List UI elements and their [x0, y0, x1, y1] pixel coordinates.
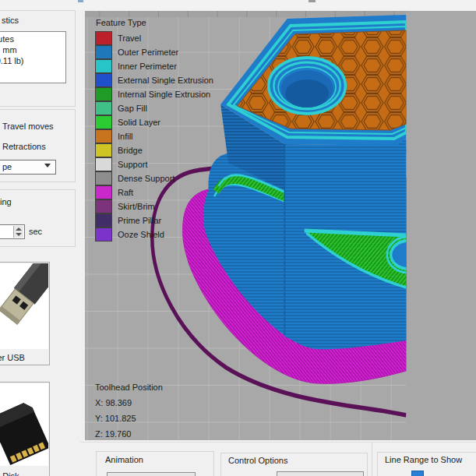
- usb-plug-image: [0, 263, 48, 349]
- internal-single-extrusion-swatch: [95, 87, 112, 101]
- toolbar-fragment-icon: [78, 0, 83, 2]
- external-single-extrusion-swatch: [95, 73, 112, 87]
- toolpath-preview-viewport[interactable]: Feature Type Travel Outer Perimeter Inne…: [85, 11, 476, 440]
- playback-controls-panel: Animation Control Options Line Range to …: [80, 442, 476, 476]
- center-hole: [269, 58, 346, 114]
- control-options-group-label: Control Options: [228, 456, 287, 465]
- legend-item-infill: Infill: [95, 129, 213, 143]
- retractions-checkbox-label[interactable]: Retractions: [2, 142, 46, 151]
- dropdown-value: pe: [2, 162, 12, 171]
- legend-item-support: Support: [95, 157, 213, 171]
- toolhead-z: Z: 19.760: [95, 426, 163, 442]
- legend-item-internal-single-extrusion: Internal Single Extrusion: [95, 87, 213, 101]
- legend-item-inner-perimeter: Inner Perimeter: [95, 59, 213, 73]
- raft-swatch: [95, 185, 112, 199]
- control-options-button[interactable]: [277, 471, 364, 476]
- prime-pillar-swatch: [95, 213, 112, 227]
- print-over-usb-button[interactable]: ver USB: [0, 262, 50, 365]
- line-range-slider-handle[interactable]: [411, 471, 424, 476]
- toolhead-y: Y: 101.825: [95, 411, 163, 426]
- cropped-toolbar-strip: [0, 0, 476, 10]
- legend-item-skirt-brim: Skirt/Brim: [95, 199, 213, 213]
- legend-item-outer-perimeter: Outer Perimeter: [95, 45, 213, 59]
- spinner-buttons[interactable]: [13, 226, 23, 238]
- legend-item-dense-support: Dense Support: [95, 171, 213, 185]
- legend-title: Feature Type: [96, 18, 213, 27]
- stat-line-minutes: nutes: [0, 33, 65, 44]
- dense-support-swatch: [95, 171, 112, 185]
- infill-swatch: [95, 129, 112, 143]
- stat-line-filament: .4 mm: [0, 44, 65, 55]
- animation-settings-label: ing: [0, 197, 12, 206]
- legend-item-prime-pillar: Prime Pillar: [95, 213, 213, 227]
- spinner-up-icon: [16, 227, 22, 231]
- support-swatch: [95, 157, 112, 171]
- inner-perimeter-swatch: [95, 59, 112, 73]
- lower-step-hole: [387, 237, 429, 273]
- seconds-spinner[interactable]: [0, 224, 25, 239]
- legend-item-bridge: Bridge: [95, 143, 213, 157]
- ooze-shield-swatch: [95, 227, 112, 242]
- legend-item-gap-fill: Gap Fill: [95, 101, 213, 115]
- legend-item-external-single-extrusion: External Single Extrusion: [95, 73, 213, 87]
- sd-card-image: [0, 383, 48, 466]
- sd-button-caption: to Disk: [0, 471, 19, 476]
- line-range-group-label: Line Range to Show: [385, 455, 462, 464]
- animation-group-label: Animation: [105, 455, 143, 464]
- feature-type-legend: Feature Type Travel Outer Perimeter Inne…: [95, 18, 213, 242]
- usb-button-caption: ver USB: [0, 353, 25, 362]
- stat-line-weight: (0.11 lb): [0, 55, 65, 66]
- panel-divider: [372, 443, 372, 476]
- legend-item-travel: Travel: [95, 31, 213, 45]
- spinner-down-icon: [16, 233, 22, 236]
- outer-perimeter-swatch: [95, 45, 112, 59]
- gap-fill-swatch: [95, 101, 112, 115]
- legend-item-ooze-shield: Ooze Shield: [95, 227, 213, 242]
- travel-swatch: [95, 31, 112, 45]
- toolhead-title: Toolhead Position: [95, 379, 163, 395]
- toolhead-x: X: 98.369: [95, 395, 163, 411]
- toolbar-fragment-icon: [309, 0, 316, 2]
- statistics-group-label: stics: [2, 16, 19, 25]
- legend-item-raft: Raft: [95, 185, 213, 199]
- color-scheme-dropdown[interactable]: pe: [0, 160, 56, 175]
- legend-item-solid-layer: Solid Layer: [95, 115, 213, 129]
- toolhead-position-readout: Toolhead Position X: 98.369 Y: 101.825 Z…: [95, 379, 163, 442]
- bridge-swatch: [95, 143, 112, 157]
- animation-play-button[interactable]: [107, 472, 196, 476]
- skirt-brim-swatch: [95, 199, 112, 213]
- solid-layer-swatch: [95, 115, 112, 129]
- line-range-groupbox: Line Range to Show: [377, 452, 476, 476]
- travel-moves-checkbox-label[interactable]: Travel moves: [2, 122, 54, 131]
- chevron-down-icon: [44, 164, 51, 167]
- save-toolpaths-to-disk-button[interactable]: to Disk: [0, 382, 50, 476]
- spinner-unit-label: sec: [29, 227, 42, 236]
- statistics-readout: nutes .4 mm (0.11 lb): [0, 31, 66, 83]
